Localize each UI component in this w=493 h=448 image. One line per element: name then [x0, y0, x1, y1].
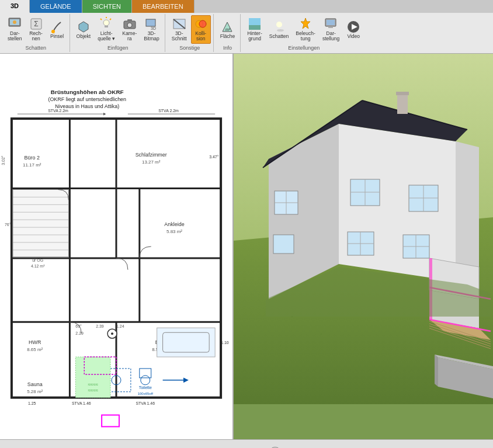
btn-objekt-label: Objekt — [77, 34, 91, 39]
toolbar-row: Dar-stellen Σ Rech-nen Pinsel Schatten — [0, 13, 493, 53]
svg-text:Ankleide: Ankleide — [164, 221, 184, 227]
svg-text:STVA 1.46: STVA 1.46 — [72, 401, 91, 405]
svg-point-12 — [127, 23, 132, 27]
btn-hintergrund[interactable]: Hinter-grund — [244, 15, 265, 44]
svg-point-6 — [103, 20, 109, 26]
svg-text:3.47°: 3.47° — [209, 154, 219, 158]
svg-text:STVA 2.2m: STVA 2.2m — [158, 109, 179, 113]
svg-text:≈≈≈≈: ≈≈≈≈ — [88, 387, 98, 393]
btn-darstellung-label: Dar-stellung — [322, 31, 339, 42]
btn-rechnen-label: Rech-nen — [29, 31, 43, 42]
kollision-icon — [194, 17, 208, 31]
svg-rect-23 — [249, 25, 261, 30]
darstellen-icon — [8, 17, 22, 31]
svg-text:11.17 m²: 11.17 m² — [23, 162, 41, 167]
svg-point-143 — [280, 345, 281, 346]
svg-text:13.27 m²: 13.27 m² — [142, 159, 161, 164]
svg-text:4.12 m²: 4.12 m² — [31, 264, 45, 268]
svg-text:76°: 76° — [5, 223, 11, 227]
svg-text:Büro 2: Büro 2 — [25, 154, 40, 160]
svg-text:m²: m² — [225, 27, 231, 32]
rechnen-icon: Σ — [29, 17, 43, 31]
btn-darstellen[interactable]: Dar-stellen — [5, 15, 25, 44]
svg-text:Schlafzimmer: Schlafzimmer — [136, 151, 167, 157]
svg-text:1.24: 1.24 — [116, 324, 124, 328]
btn-flaeche[interactable]: m² Fläche — [217, 18, 238, 41]
btn-video-label: Video — [347, 34, 360, 39]
svg-text:5.83 m²: 5.83 m² — [166, 229, 182, 234]
svg-text:Toilette: Toilette — [139, 385, 152, 389]
btn-beleuchtung[interactable]: Beleuch-tung — [293, 15, 318, 44]
svg-line-10 — [100, 19, 102, 20]
btn-pinsel-label: Pinsel — [50, 34, 64, 39]
svg-rect-7 — [105, 26, 108, 27]
tab-bearbeiten[interactable]: BEARBEITEN — [132, 0, 195, 13]
tab-sichten[interactable]: SICHTEN — [82, 0, 132, 13]
svg-text:Sauna: Sauna — [27, 381, 43, 387]
btn-beleuchtung-label: Beleuch-tung — [296, 31, 315, 42]
3d-schnitt-icon — [172, 17, 186, 31]
tab-bar: 3D GELÄNDE SICHTEN BEARBEITEN — [0, 0, 493, 13]
svg-text:1.10: 1.10 — [221, 341, 229, 345]
btn-kamera[interactable]: Kame-ra — [119, 15, 140, 44]
svg-text:1.25: 1.25 — [28, 401, 36, 405]
btn-rechnen[interactable]: Σ Rech-nen — [26, 15, 46, 44]
svg-point-19 — [199, 20, 206, 27]
svg-text:5.28 m²: 5.28 m² — [27, 388, 43, 394]
statusbar: cm phi = ▲ ▼ ° dl (Richtung/Di ▾ N — [0, 439, 493, 448]
svg-rect-27 — [327, 20, 335, 25]
svg-line-9 — [110, 19, 111, 20]
btn-3d-schnitt[interactable]: 3D-Schnitt — [169, 15, 190, 44]
btn-lichtquelle[interactable]: Licht-quelle ▾ — [95, 15, 118, 44]
objekt-icon — [77, 20, 91, 34]
svg-rect-14 — [146, 19, 155, 26]
btn-3d-bitmap-label: 3D-Bitmap — [144, 31, 159, 42]
group-schatten-label: Schatten — [5, 45, 67, 51]
group-info-label: Info — [217, 45, 238, 51]
main-content: Brüstungshöhen ab OKRF (OKRF liegt auf u… — [0, 54, 493, 439]
schatten-tool-icon — [272, 20, 286, 34]
svg-text:3D: 3D — [151, 26, 156, 30]
svg-point-24 — [276, 22, 282, 27]
btn-schatten-tool[interactable]: Schatten — [266, 18, 292, 41]
tab-3d[interactable]: 3D — [0, 0, 30, 13]
btn-darstellung[interactable]: Dar-stellung — [320, 15, 342, 44]
darstellung-icon — [324, 17, 338, 31]
btn-darstellen-label: Dar-stellen — [8, 31, 22, 42]
hintergrund-icon — [248, 17, 262, 31]
flaeche-icon: m² — [220, 20, 234, 34]
3d-view-panel[interactable] — [234, 54, 493, 439]
svg-point-25 — [277, 29, 284, 32]
tab-gelaende[interactable]: GELÄNDE — [30, 0, 82, 13]
video-icon — [346, 20, 360, 34]
svg-marker-138 — [435, 355, 438, 387]
beleuchtung-icon — [298, 17, 313, 31]
group-info: m² Fläche Info — [215, 14, 241, 52]
svg-rect-59 — [13, 189, 69, 256]
svg-text:2.29: 2.29 — [75, 331, 84, 335]
btn-kollision-label: Kolli-sion — [195, 31, 206, 42]
pinsel-icon — [50, 20, 64, 34]
btn-3d-bitmap[interactable]: 3D 3D-Bitmap — [141, 15, 162, 44]
group-einfuegen: Objekt Licht-quelle ▾ Kame-ra 3D — [71, 14, 165, 52]
floor-plan-panel[interactable]: Brüstungshöhen ab OKRF (OKRF liegt auf u… — [0, 54, 234, 439]
group-sonstige-label: Sonstige — [169, 45, 211, 51]
svg-point-5 — [51, 30, 55, 33]
svg-text:8.65 m²: 8.65 m² — [27, 347, 43, 352]
svg-text:100x65off: 100x65off — [138, 391, 153, 395]
btn-kollision[interactable]: Kolli-sion — [191, 15, 211, 44]
svg-text:3.02°: 3.02° — [1, 155, 5, 165]
btn-video[interactable]: Video — [343, 18, 363, 41]
svg-rect-126 — [273, 235, 294, 253]
btn-objekt[interactable]: Objekt — [74, 18, 94, 41]
btn-pinsel[interactable]: Pinsel — [47, 18, 67, 41]
svg-text:STVA 1.46: STVA 1.46 — [136, 401, 155, 405]
svg-point-2 — [13, 20, 16, 24]
svg-text:STVA 2.2m: STVA 2.2m — [48, 109, 68, 113]
group-einfuegen-label: Einfügen — [74, 45, 162, 51]
3d-scene-svg — [234, 54, 493, 404]
svg-text:(OKRF liegt auf unterschiedlic: (OKRF liegt auf unterschiedlichen — [48, 96, 126, 102]
group-sonstige: 3D-Schnitt Kolli-sion Sonstige — [166, 14, 214, 52]
group-schatten: Dar-stellen Σ Rech-nen Pinsel Schatten — [2, 14, 70, 52]
btn-hintergrund-label: Hinter-grund — [247, 31, 262, 42]
